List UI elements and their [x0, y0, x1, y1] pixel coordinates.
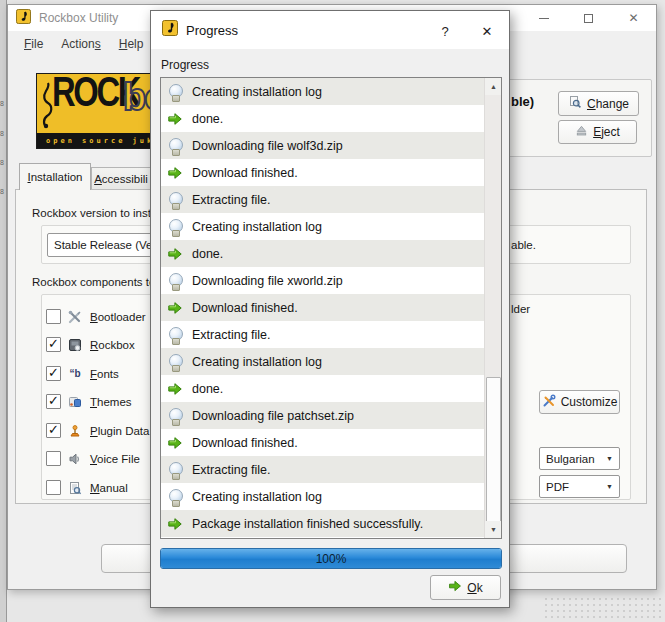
theme-icon [67, 394, 83, 410]
progress-list: Creating installation log done. Download… [160, 77, 502, 539]
component-checkbox-row[interactable]: ✓ Themes [46, 393, 132, 410]
progress-list-item[interactable]: Download finished. [161, 294, 484, 321]
checkbox[interactable] [46, 451, 61, 466]
progress-item-text: Creating installation log [192, 220, 322, 234]
checkbox[interactable] [46, 309, 61, 324]
checkbox[interactable]: ✓ [46, 423, 61, 438]
checkbox[interactable]: ✓ [46, 337, 61, 352]
progress-list-item[interactable]: Extracting file. [161, 186, 484, 213]
row-icon-slot [167, 192, 183, 208]
progress-bar-value: 100% [161, 549, 501, 568]
checkmark-icon: ✓ [48, 366, 59, 379]
change-button[interactable]: Change [558, 91, 639, 116]
component-icon-slot [67, 394, 83, 410]
voice-icon [67, 451, 83, 467]
row-icon-slot [167, 273, 183, 289]
scroll-up-icon[interactable]: ▲ [485, 78, 502, 95]
progress-list-item[interactable]: done. [161, 375, 484, 402]
checkmark-icon: ✓ [48, 394, 59, 407]
version-text-fragment: able. [511, 239, 536, 251]
scrollbar[interactable]: ▲ ▼ [484, 78, 501, 538]
maximize-icon[interactable] [566, 5, 611, 31]
component-icon-slot [67, 337, 83, 353]
close-icon[interactable]: ✕ [611, 5, 656, 31]
close-icon[interactable]: ✕ [472, 20, 502, 42]
checkbox[interactable]: ✓ [46, 366, 61, 381]
progress-item-text: Downloading file wolf3d.zip [192, 139, 343, 153]
progress-list-item[interactable]: done. [161, 105, 484, 132]
manual-format-dropdown[interactable]: PDF ▼ [539, 475, 620, 498]
eject-button[interactable]: Eject [558, 120, 637, 144]
progress-item-text: Creating installation log [192, 355, 322, 369]
customize-tools-icon [542, 394, 556, 411]
player-icon [67, 337, 83, 353]
background-window-fragment: 8 [0, 130, 4, 137]
progress-list-item[interactable]: Creating installation log [161, 348, 484, 375]
progress-list-item[interactable]: Creating installation log [161, 483, 484, 510]
component-checkbox-row[interactable]: Manual [46, 479, 128, 496]
progress-list-item[interactable]: Extracting file. [161, 321, 484, 348]
progress-list-item[interactable]: Creating installation log [161, 213, 484, 240]
progress-list-item[interactable]: Package installation finished successful… [161, 510, 484, 537]
component-checkbox-row[interactable]: Bootloader [46, 308, 146, 325]
progress-section-label: Progress [161, 58, 209, 72]
progress-item-text: done. [192, 247, 223, 261]
progress-item-text: Downloading file patchset.zip [192, 409, 354, 423]
manual-icon [67, 480, 83, 496]
component-checkbox-row[interactable]: ✓ Plugin Data [46, 422, 149, 439]
menu-help[interactable]: Help [110, 33, 153, 55]
chevron-down-icon: ▼ [606, 483, 613, 490]
component-icon-slot [67, 423, 83, 439]
eject-label: Eject [593, 125, 620, 139]
checkbox[interactable]: ✓ [46, 394, 61, 409]
progress-item-text: Download finished. [192, 436, 298, 450]
row-icon-slot [167, 516, 183, 532]
tools-icon [67, 309, 83, 325]
tab-installation[interactable]: Installation [19, 163, 91, 190]
progress-item-text: Extracting file. [192, 463, 271, 477]
language-dropdown-value: Bulgarian [546, 453, 595, 465]
menu-file[interactable]: File [15, 33, 52, 55]
progress-bar: 100% [160, 548, 502, 569]
progress-item-text: Downloading file xworld.zip [192, 274, 343, 288]
language-dropdown[interactable]: Bulgarian ▼ [539, 447, 620, 470]
ok-button[interactable]: Ok [430, 575, 501, 600]
component-label: Bootloader [90, 311, 146, 323]
row-icon-slot [167, 84, 183, 100]
progress-list-item[interactable]: Downloading file xworld.zip [161, 267, 484, 294]
arrow-icon [167, 111, 183, 127]
customize-button[interactable]: Customize [539, 390, 620, 414]
scroll-down-icon[interactable]: ▼ [485, 521, 502, 538]
arrow-icon [167, 435, 183, 451]
bulb-icon [167, 273, 183, 289]
component-label: Voice File [90, 453, 140, 465]
progress-list-item[interactable]: done. [161, 240, 484, 267]
bulb-icon [167, 138, 183, 154]
scrollbar-thumb[interactable] [486, 377, 501, 522]
bulb-icon [167, 408, 183, 424]
component-icon-slot [67, 451, 83, 467]
tab-accessibility[interactable]: Accessibili [91, 167, 151, 190]
progress-list-item[interactable]: Downloading file patchset.zip [161, 402, 484, 429]
component-checkbox-row[interactable]: Voice File [46, 450, 140, 467]
background-window-edge: 8888 [0, 0, 7, 622]
help-icon[interactable]: ? [430, 20, 460, 42]
progress-list-item[interactable]: Creating installation log [161, 78, 484, 105]
progress-item-text: Creating installation log [192, 85, 322, 99]
component-checkbox-row[interactable]: ✓ Rockbox [46, 336, 135, 353]
row-icon-slot [167, 381, 183, 397]
version-section-label: Rockbox version to insta [32, 207, 157, 219]
progress-list-item[interactable]: Extracting file. [161, 456, 484, 483]
progress-item-text: Extracting file. [192, 193, 271, 207]
progress-list-item[interactable]: Download finished. [161, 159, 484, 186]
components-text-fragment: lder [511, 303, 530, 315]
progress-item-text: done. [192, 112, 223, 126]
component-label: Fonts [90, 368, 119, 380]
menu-actions[interactable]: Actions [52, 33, 109, 55]
component-checkbox-row[interactable]: ✓ “b Fonts [46, 365, 119, 382]
progress-list-item[interactable]: Download finished. [161, 429, 484, 456]
minimize-icon[interactable] [521, 5, 566, 31]
component-label: Plugin Data [90, 425, 149, 437]
progress-list-item[interactable]: Downloading file wolf3d.zip [161, 132, 484, 159]
checkbox[interactable] [46, 480, 61, 495]
